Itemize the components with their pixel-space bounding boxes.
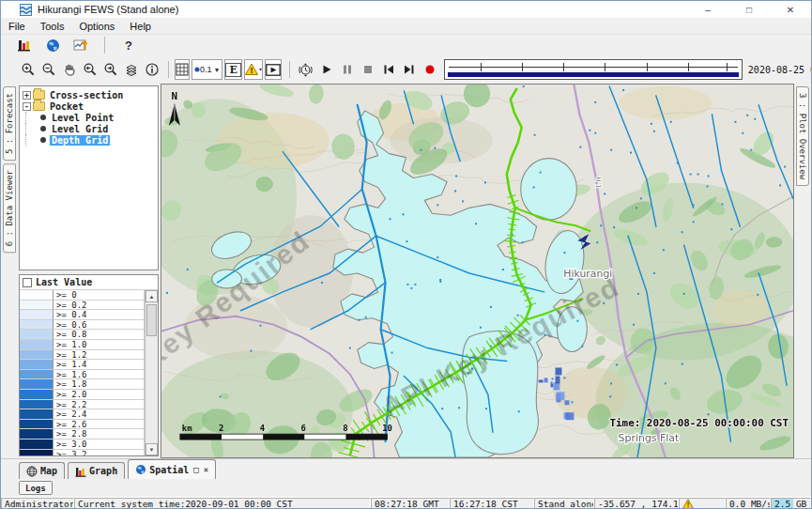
tree-item-label[interactable]: Level Grid — [50, 124, 110, 134]
legend-row[interactable]: >= 0 — [20, 290, 145, 301]
legend-color-swatch — [20, 310, 54, 320]
svg-text:!: ! — [250, 66, 253, 75]
tree-item-cross-section[interactable]: + Cross-section — [22, 89, 158, 100]
bar-chart-icon — [75, 466, 86, 477]
status-system-time: Current system time:2020-09-01 00:00 CST — [74, 498, 371, 509]
data-viewer-panel: + Cross-section - Pocket Level Point — [17, 84, 161, 458]
legend-row[interactable]: >= 1.8 — [20, 379, 145, 390]
scroll-up-icon[interactable]: ▲ — [146, 290, 158, 302]
tree-item-label[interactable]: Cross-section — [48, 90, 125, 100]
legend-header: Last Value — [20, 275, 158, 290]
tree-item-depth-grid[interactable]: Depth Grid — [22, 134, 158, 146]
menu-file[interactable]: File — [1, 19, 33, 34]
scale-tick: 10 — [382, 424, 392, 433]
minimize-button[interactable]: – — [687, 1, 728, 18]
legend-row[interactable]: >= 1.0 — [20, 340, 145, 350]
skip-to-end-button[interactable] — [399, 59, 420, 80]
legend-color-swatch — [20, 330, 54, 340]
tree-item-label[interactable]: Pocket — [48, 101, 85, 112]
pause-button[interactable] — [337, 59, 358, 80]
bullet-icon — [40, 137, 46, 143]
legend-row[interactable]: >= 2.8 — [20, 429, 145, 440]
legend-row[interactable]: >= 2.2 — [20, 400, 145, 410]
legend-color-swatch — [20, 409, 54, 420]
globe-icon — [135, 464, 146, 475]
road-label-h1: H 1 — [594, 177, 602, 189]
help-button[interactable]: ? — [118, 35, 139, 55]
layers-icon[interactable] — [121, 59, 142, 80]
stop-button[interactable] — [358, 59, 378, 80]
spatial-map[interactable]: API Key Required API Key Required Hikura… — [161, 84, 794, 458]
skip-to-start-button[interactable] — [378, 59, 399, 80]
tree-item-label[interactable]: Level Point — [50, 113, 115, 123]
expand-icon[interactable]: + — [23, 91, 31, 100]
legend-row[interactable]: >= 1.6 — [20, 370, 145, 380]
map-canvas[interactable]: API Key Required API Key Required Hikura… — [161, 85, 793, 457]
tab-close-icon[interactable]: ✕ — [204, 465, 208, 474]
close-button[interactable]: ✕ — [770, 1, 811, 18]
pan-hand-icon[interactable] — [59, 59, 80, 80]
tab-map[interactable]: Map — [19, 462, 65, 479]
time-slider[interactable] — [444, 59, 743, 80]
tab-graph[interactable]: Graph — [68, 462, 125, 479]
menu-tools[interactable]: Tools — [33, 19, 72, 34]
legend-row[interactable]: >= 3.0 — [20, 440, 145, 450]
legend-row[interactable]: >= 0.8 — [20, 330, 145, 340]
map-label-springs-flat: Springs Flat — [619, 432, 680, 444]
timeseries-icon[interactable] — [70, 35, 91, 55]
warning-threshold-button[interactable]: ! — [244, 59, 263, 80]
legend-row[interactable]: >= 0.4 — [20, 310, 145, 320]
tab-forecast[interactable]: 5 : Forecast — [3, 86, 16, 161]
scroll-down-icon[interactable]: ▼ — [146, 443, 158, 455]
grid-display-button[interactable] — [175, 59, 190, 80]
tab-maximize-icon[interactable]: □ — [193, 465, 198, 474]
legend-row[interactable]: >= 2.0 — [20, 390, 145, 400]
legend-row[interactable]: >= 2.4 — [20, 409, 145, 420]
toolbar-separator — [104, 37, 105, 54]
play-button[interactable] — [316, 59, 337, 80]
contour-precision-combo[interactable]: 0.1 ▼ — [192, 59, 222, 80]
legend-scrollbar[interactable]: ▲ ▼ — [145, 290, 158, 455]
tree-item-level-point[interactable]: Level Point — [22, 112, 158, 123]
legend-row[interactable]: >= 3.2 — [20, 450, 145, 456]
tree-item-pocket[interactable]: - Pocket — [22, 100, 158, 112]
info-icon[interactable] — [142, 59, 162, 80]
time-slider-range-bar[interactable] — [448, 72, 739, 77]
animation-export-button[interactable] — [265, 59, 282, 80]
explorer-icon[interactable] — [14, 35, 35, 55]
time-slider-axis — [449, 67, 738, 68]
zoom-out-icon[interactable] — [38, 59, 59, 80]
time-slider-tick — [605, 63, 605, 71]
menu-help[interactable]: Help — [122, 19, 159, 34]
legend-row-label: >= 2.8 — [54, 429, 145, 440]
tab-plot-overview[interactable]: 3 : Plot Overview — [796, 86, 809, 186]
legend-row-label: >= 0.4 — [54, 310, 145, 320]
legend-row[interactable]: >= 1.4 — [20, 360, 145, 370]
legend-row[interactable]: >= 2.6 — [20, 420, 145, 430]
menu-options[interactable]: Options — [71, 19, 122, 34]
tree-item-level-grid[interactable]: Level Grid — [22, 123, 158, 134]
map-display-icon[interactable] — [42, 35, 63, 55]
map-toolbar: 0.1 ▼ E ! — [1, 55, 811, 84]
zoom-in-icon[interactable] — [18, 59, 38, 80]
legend-row-label: >= 0 — [54, 290, 145, 301]
legend-button[interactable]: E — [224, 59, 241, 80]
status-coordinates: -35.657 , 174.199 — [594, 498, 679, 509]
legend-row[interactable]: >= 1.2 — [20, 350, 145, 361]
collapse-icon[interactable]: - — [23, 102, 31, 111]
logs-button[interactable]: Logs — [19, 481, 53, 495]
scrollbar-thumb[interactable] — [146, 304, 157, 336]
last-value-checkbox[interactable] — [23, 278, 32, 287]
status-warning[interactable]: ! — [679, 498, 726, 509]
animation-speed-icon[interactable] — [296, 59, 316, 80]
tab-data-viewer[interactable]: 6 : Data Viewer — [3, 163, 16, 253]
tab-spatial[interactable]: Spatial □ ✕ — [128, 459, 216, 479]
legend-row[interactable]: >= 0.6 — [20, 320, 145, 331]
parameter-tree: + Cross-section - Pocket Level Point — [19, 85, 159, 270]
zoom-previous-icon[interactable] — [80, 59, 100, 80]
record-button[interactable] — [420, 59, 440, 80]
zoom-next-icon[interactable] — [100, 59, 121, 80]
maximize-button[interactable]: □ — [728, 1, 770, 18]
tree-item-label[interactable]: Depth Grid — [50, 135, 110, 146]
legend-row[interactable]: >= 0.2 — [20, 301, 145, 311]
